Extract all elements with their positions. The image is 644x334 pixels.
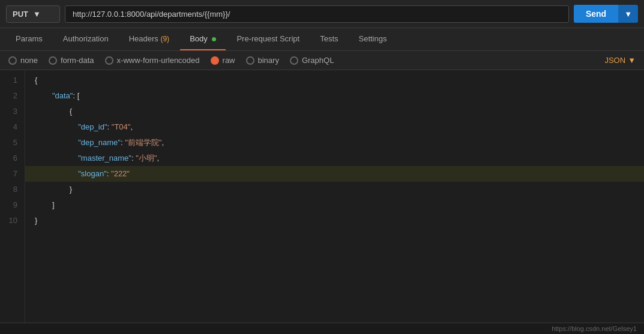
code-line-2: "data": [ xyxy=(25,88,644,104)
code-editor: 1 2 3 4 5 6 7 8 9 10 { "data": [ { "dep_… xyxy=(0,70,644,327)
line-num-4: 4 xyxy=(7,119,17,135)
line-num-1: 1 xyxy=(7,73,17,88)
send-button[interactable]: Send xyxy=(574,5,618,23)
line-num-8: 8 xyxy=(7,182,17,197)
headers-badge: (9) xyxy=(160,35,169,43)
method-dropdown-icon: ▼ xyxy=(33,10,41,19)
code-line-7: "slogan": "222" xyxy=(25,166,644,182)
body-active-dot xyxy=(212,37,216,41)
tab-tests[interactable]: Tests xyxy=(310,28,348,50)
radio-none xyxy=(8,56,17,65)
radio-raw xyxy=(211,56,219,65)
radio-form-data xyxy=(49,56,57,65)
line-num-9: 9 xyxy=(7,197,17,213)
code-line-9: ] xyxy=(25,197,644,213)
line-num-7: 7 xyxy=(7,166,17,182)
option-binary[interactable]: binary xyxy=(246,56,279,65)
code-line-8: } xyxy=(25,182,644,197)
json-dropdown-icon: ▼ xyxy=(628,56,636,65)
radio-binary xyxy=(246,56,254,65)
option-none[interactable]: none xyxy=(8,56,38,65)
send-dropdown-button[interactable]: ▼ xyxy=(618,5,638,23)
status-url: https://blog.csdn.net/Gelsey1 xyxy=(552,325,637,332)
tab-settings[interactable]: Settings xyxy=(349,28,397,50)
code-line-4: "dep_id": "T04", xyxy=(25,119,644,135)
line-num-6: 6 xyxy=(7,151,17,166)
status-bar: https://blog.csdn.net/Gelsey1 xyxy=(0,323,644,334)
body-options-bar: none form-data x-www-form-urlencoded raw… xyxy=(0,51,644,70)
tabs-bar: Params Authorization Headers (9) Body Pr… xyxy=(0,28,644,51)
code-line-5: "dep_name": "前端学院", xyxy=(25,135,644,151)
url-input[interactable] xyxy=(65,5,569,23)
line-num-2: 2 xyxy=(7,88,17,104)
radio-urlencoded xyxy=(105,56,113,65)
tab-params[interactable]: Params xyxy=(6,28,52,50)
tab-body[interactable]: Body xyxy=(180,28,226,50)
method-label: PUT xyxy=(13,10,28,19)
line-num-5: 5 xyxy=(7,135,17,151)
tab-headers[interactable]: Headers (9) xyxy=(119,28,179,50)
code-line-6: "master_name": "小明", xyxy=(25,151,644,166)
line-num-3: 3 xyxy=(7,104,17,119)
send-group: Send ▼ xyxy=(574,5,638,23)
option-graphql[interactable]: GraphQL xyxy=(290,56,334,65)
json-type-selector[interactable]: JSON ▼ xyxy=(604,56,636,65)
option-urlencoded[interactable]: x-www-form-urlencoded xyxy=(105,56,200,65)
tab-authorization[interactable]: Authorization xyxy=(53,28,118,50)
code-line-1: { xyxy=(25,73,644,88)
method-select[interactable]: PUT ▼ xyxy=(6,5,60,23)
code-body[interactable]: { "data": [ { "dep_id": "T04", "dep_name… xyxy=(25,70,644,327)
option-raw[interactable]: raw xyxy=(211,56,235,65)
code-line-10: } xyxy=(25,213,644,228)
option-form-data[interactable]: form-data xyxy=(49,56,94,65)
radio-graphql xyxy=(290,56,298,65)
tab-prerequest[interactable]: Pre-request Script xyxy=(227,28,309,50)
line-numbers: 1 2 3 4 5 6 7 8 9 10 xyxy=(0,70,25,327)
url-bar: PUT ▼ Send ▼ xyxy=(0,0,644,28)
line-num-10: 10 xyxy=(7,213,17,228)
code-line-3: { xyxy=(25,104,644,119)
